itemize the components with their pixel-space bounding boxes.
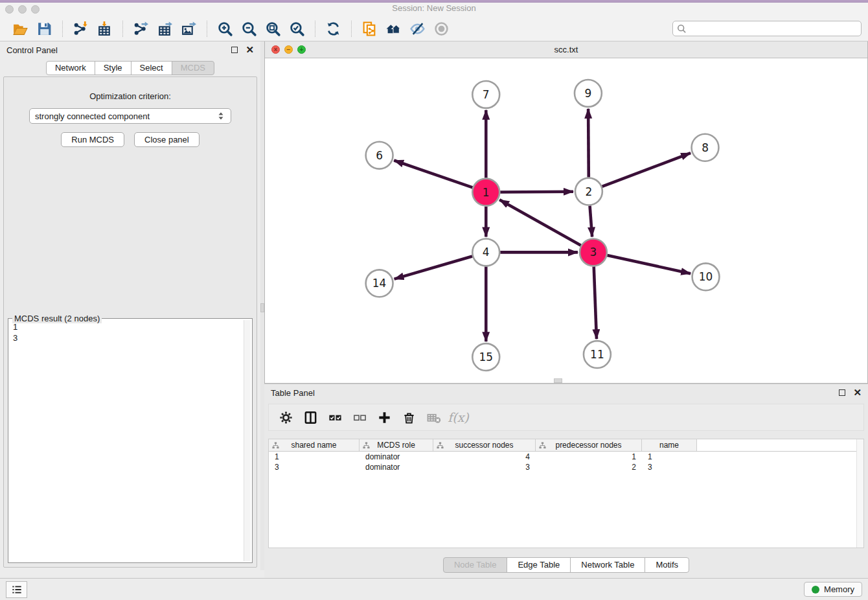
export-image-button[interactable] [177,19,201,39]
tab-network[interactable]: Network [46,61,95,75]
network-window-titlebar: scc.txt [265,41,867,58]
import-network-button[interactable] [69,19,93,39]
zoom-fit-button[interactable] [261,19,285,39]
zoom-in-button[interactable] [213,19,237,39]
tab-edge-table[interactable]: Edge Table [507,557,571,573]
edge-1-2[interactable] [500,192,573,192]
fx-button: f(x) [448,407,469,428]
node-10[interactable]: 10 [692,263,720,290]
node-label-10: 10 [699,270,713,283]
node-8[interactable]: 8 [692,134,719,161]
column-header-name[interactable]: name [642,439,697,451]
edge-3-10[interactable] [607,255,691,273]
mcds-result-text: 1 3 [10,321,242,560]
column-header-predecessor-nodes[interactable]: predecessor nodes [536,439,642,451]
column-header-shared-name[interactable]: shared name [269,439,360,451]
network-minimize-icon[interactable] [284,45,293,54]
search-box[interactable] [672,21,862,36]
node-15[interactable]: 15 [472,343,499,371]
node-label-11: 11 [590,348,604,361]
tab-mcds[interactable]: MCDS [172,61,214,75]
export-network-button[interactable] [129,19,153,39]
search-input[interactable] [689,24,857,34]
run-mcds-button[interactable]: Run MCDS [61,132,124,147]
network-canvas[interactable]: 7968124314101511 [265,58,867,383]
node-label-4: 4 [483,246,490,259]
toolbar-group [351,21,459,38]
close-table-panel-icon[interactable]: ✕ [853,389,862,396]
edge-4-14[interactable] [394,257,473,279]
show-all-nodes-edges-button[interactable] [382,19,405,39]
show-graphics-details-icon [433,21,450,37]
tab-style[interactable]: Style [95,61,131,75]
window-title: Session: New Session [0,3,868,13]
node-9[interactable]: 9 [575,80,602,107]
edge-2-8[interactable] [602,153,691,187]
select-all-columns-icon [328,410,343,425]
settings-button[interactable] [275,407,297,428]
memory-button[interactable]: Memory [804,582,862,597]
criterion-dropdown[interactable]: strongly connected component [29,108,231,124]
select-all-columns-button[interactable] [325,407,346,428]
node-4[interactable]: 4 [472,238,499,266]
tab-select[interactable]: Select [131,61,172,75]
float-table-panel-icon[interactable] [839,389,845,396]
content-area: Control Panel ✕ NetworkStyleSelectMCDS O… [0,41,868,578]
close-panel-icon[interactable]: ✕ [246,47,254,53]
open-file-button[interactable] [8,19,32,39]
edge-3-1[interactable] [499,200,581,245]
network-maximize-icon[interactable] [297,45,306,54]
network-close-icon[interactable] [271,45,280,54]
memory-status-icon [812,586,819,594]
node-7[interactable]: 7 [472,81,499,108]
node-label-3: 3 [590,246,597,259]
main-toolbar [0,17,868,41]
control-panel-tabs: NetworkStyleSelectMCDS [0,61,260,75]
cell-predecessor-nodes: 2 [536,463,642,472]
delete-column-icon [402,410,417,425]
tab-node-table[interactable]: Node Table [443,557,508,573]
toolbar-group [315,21,351,38]
export-table-button[interactable] [153,19,177,39]
table-row[interactable]: 3dominator323 [269,462,863,472]
create-column-button[interactable] [374,407,395,428]
column-layout-button[interactable] [300,407,321,428]
delete-column-button[interactable] [398,407,420,428]
refresh-view-icon [325,21,341,37]
edge-2-9[interactable] [588,109,589,178]
cell-shared-name: 1 [269,452,360,461]
result-scrollbar[interactable] [244,320,251,561]
column-header-mcds-role[interactable]: MCDS role [360,439,433,451]
node-14[interactable]: 14 [366,270,393,297]
node-6[interactable]: 6 [366,142,393,169]
import-table-button[interactable] [93,19,117,39]
table-scrollbar[interactable] [856,439,863,548]
edge-2-3[interactable] [590,205,593,237]
save-session-icon [36,21,52,37]
unselect-all-columns-button[interactable] [349,407,371,428]
edge-3-11[interactable] [594,266,597,339]
node-table: shared nameMCDS rolesuccessor nodesprede… [268,439,864,548]
control-panel: Control Panel ✕ NetworkStyleSelectMCDS O… [0,41,260,570]
duplicate-network-button[interactable] [358,19,382,39]
node-11[interactable]: 11 [584,341,611,368]
hide-selected-button[interactable] [405,19,429,39]
column-header-successor-nodes[interactable]: successor nodes [433,439,536,451]
node-3[interactable]: 3 [580,238,607,266]
zoom-out-button[interactable] [237,19,261,39]
refresh-view-button[interactable] [321,19,345,39]
tab-motifs[interactable]: Motifs [645,557,689,573]
tab-network-table[interactable]: Network Table [570,557,645,573]
float-panel-icon[interactable] [231,47,238,53]
zoom-selected-button[interactable] [285,19,309,39]
node-2[interactable]: 2 [575,178,602,205]
node-1[interactable]: 1 [472,179,499,206]
toolbar-group [122,21,207,38]
edge-1-6[interactable] [394,161,472,188]
export-image-icon [181,21,197,37]
table-row[interactable]: 1dominator411 [269,452,863,462]
horizontal-splitter-handle[interactable] [554,378,562,383]
task-history-button[interactable] [6,581,27,598]
save-session-button[interactable] [32,19,56,39]
close-panel-button[interactable]: Close panel [134,132,200,147]
